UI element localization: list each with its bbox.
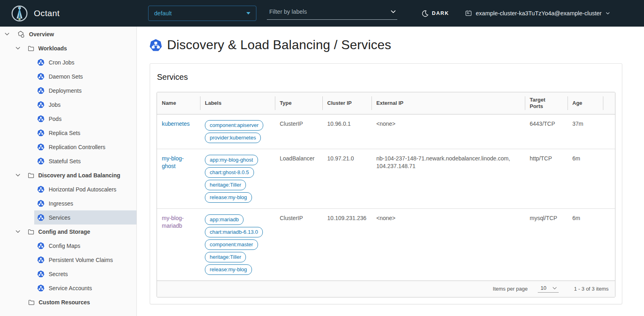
horizontal-pod-autoscalers-icon — [37, 186, 44, 193]
app-body: OverviewWorkloads Cron Jobs Daemon Sets — [0, 27, 644, 316]
app-header: Octant default Filter by labels DARK exa… — [0, 0, 644, 27]
label-pill-provider-kubernetes[interactable]: provider:kubernetes — [205, 133, 261, 143]
sidebar-item-replica-sets[interactable]: Replica Sets — [34, 126, 136, 140]
cell-age: 6m — [568, 208, 603, 281]
cell-spacer — [603, 114, 615, 149]
label-pill-chart-ghost-8-0-5[interactable]: chart:ghost-8.0.5 — [205, 167, 254, 178]
service-accounts-icon — [37, 285, 44, 291]
column-header-spacer — [603, 92, 615, 114]
label-pill-heritage-tiller[interactable]: heritage:Tiller — [205, 180, 246, 190]
persistent-volume-claims-icon — [37, 256, 44, 263]
replica-sets-icon — [37, 129, 44, 136]
cell-target-ports: http/TCP — [525, 149, 568, 208]
label-pill-component-apiserver[interactable]: component:apiserver — [205, 120, 263, 131]
services-icon — [37, 214, 44, 221]
sidebar-item-label: Daemon Sets — [49, 73, 83, 80]
card-title: Services — [157, 73, 615, 82]
caret-down-icon — [246, 12, 250, 15]
folder-icon — [28, 229, 34, 235]
label-pill-chart-mariadb-6-13-0[interactable]: chart:mariadb-6.13.0 — [205, 227, 263, 237]
sidebar-item-deployments[interactable]: Deployments — [34, 83, 136, 98]
column-header-labels: Labels — [200, 92, 275, 114]
theme-toggle-label: DARK — [432, 10, 449, 16]
items-per-page-select[interactable]: 10 — [538, 285, 559, 293]
label-pill-release-my-blog[interactable]: release:my-blog — [205, 264, 252, 275]
label-pill-release-my-blog[interactable]: release:my-blog — [205, 192, 252, 203]
chevron-down-icon[interactable] — [15, 229, 21, 235]
chevron-down-icon[interactable] — [15, 45, 21, 51]
sidebar-item-label: Jobs — [49, 102, 61, 108]
namespace-select[interactable]: default — [148, 6, 256, 21]
column-header-cluster-ip: Cluster IP — [322, 92, 372, 114]
label-pill-component-master[interactable]: component:master — [205, 239, 258, 250]
chevron-down-icon[interactable] — [4, 31, 10, 37]
services-table: NameLabelsTypeCluster IPExternal IPTarge… — [157, 92, 615, 297]
sidebar-item-workloads[interactable]: Workloads — [0, 41, 136, 55]
sidebar-item-stateful-sets[interactable]: Stateful Sets — [34, 154, 136, 168]
resource-link-kubernetes[interactable]: kubernetes — [162, 121, 190, 127]
sidebar-item-persistent-volume-claims[interactable]: Persistent Volume Claims — [34, 253, 136, 267]
sidebar-item-label: Ingresses — [49, 200, 73, 207]
pagination-range: 1 - 3 of 3 items — [574, 286, 609, 292]
config-maps-icon — [37, 242, 44, 249]
sidebar-item-config-maps[interactable]: Config Maps — [34, 239, 136, 253]
sidebar-item-label: Deployments — [49, 87, 82, 94]
label-pill-row: heritage:Tiller — [205, 180, 270, 190]
replication-controllers-icon — [37, 143, 44, 150]
chevron-down-icon — [552, 285, 557, 291]
sidebar-item-daemon-sets[interactable]: Daemon Sets — [34, 69, 136, 83]
sidebar-item-overview[interactable]: Overview — [0, 27, 136, 41]
label-pill-heritage-tiller[interactable]: heritage:Tiller — [205, 252, 246, 262]
moon-icon — [421, 10, 428, 17]
sidebar-item-services[interactable]: Services — [34, 210, 136, 225]
cell-external-ip: <none> — [372, 114, 525, 149]
label-filter-input[interactable]: Filter by labels — [267, 4, 397, 20]
label-pill-app-my-blog-ghost[interactable]: app:my-blog-ghost — [205, 155, 258, 165]
daemon-sets-icon — [37, 73, 44, 80]
sidebar-item-secrets[interactable]: Secrets — [34, 267, 136, 281]
services-card: Services NameLabelsTypeCluster IPExterna… — [150, 63, 622, 304]
items-per-page-value: 10 — [541, 285, 546, 291]
cell-labels: app:mariadbchart:mariadb-6.13.0component… — [200, 208, 275, 281]
sidebar-item-label: Horizontal Pod Autoscalers — [49, 186, 116, 193]
sidebar-item-discovery-and-load-balancing[interactable]: Discovery and Load Balancing — [0, 168, 136, 182]
table-row-my-blog-ghost: my-blog-ghostapp:my-blog-ghostchart:ghos… — [157, 149, 615, 208]
sidebar-item-label: Custom Resources — [39, 299, 90, 306]
sidebar-item-horizontal-pod-autoscalers[interactable]: Horizontal Pod Autoscalers — [34, 182, 136, 196]
folder-icon — [28, 45, 34, 52]
cell-external-ip: <none> — [372, 208, 525, 281]
sidebar-item-label: Discovery and Load Balancing — [38, 172, 120, 179]
resource-link-my-blog-ghost[interactable]: my-blog-ghost — [162, 155, 184, 169]
label-pill-app-mariadb[interactable]: app:mariadb — [205, 214, 244, 225]
label-pill-row: component:apiserver — [205, 120, 270, 131]
cluster-context-label: example-cluster-ka3TuTzYo4a@example-clus… — [476, 10, 602, 17]
sidebar-item-custom-resources[interactable]: Custom Resources — [0, 295, 136, 309]
label-pill-row: provider:kubernetes — [205, 133, 270, 143]
cell-cluster-ip: 10.109.231.236 — [322, 208, 372, 281]
stateful-sets-icon — [37, 158, 44, 164]
sidebar-item-ingresses[interactable]: Ingresses — [34, 196, 136, 210]
chevron-down-icon[interactable] — [15, 172, 21, 178]
sidebar-item-label: Workloads — [38, 45, 67, 52]
sidebar-item-cron-jobs[interactable]: Cron Jobs — [34, 55, 136, 69]
sidebar-item-pods[interactable]: Pods — [34, 112, 136, 126]
sidebar-item-config-and-storage[interactable]: Config and Storage — [0, 225, 136, 239]
sidebar-item-label: Overview — [29, 31, 54, 37]
cell-type: ClusterIP — [275, 114, 322, 149]
sidebar-item-service-accounts[interactable]: Service Accounts — [34, 281, 136, 295]
app-title: Octant — [34, 8, 60, 18]
sidebar-item-label: Services — [49, 214, 70, 221]
ingresses-icon — [37, 200, 44, 207]
resource-link-my-blog-mariadb[interactable]: my-blog-mariadb — [162, 215, 184, 229]
cluster-context-selector[interactable]: example-cluster-ka3TuTzYo4a@example-clus… — [465, 0, 610, 27]
cell-cluster-ip: 10.97.21.0 — [322, 149, 372, 208]
sidebar-item-jobs[interactable]: Jobs — [34, 98, 136, 112]
sidebar-item-label: Secrets — [49, 271, 68, 277]
sidebar-item-replication-controllers[interactable]: Replication Controllers — [34, 140, 136, 154]
column-header-external-ip: External IP — [372, 92, 525, 114]
label-pill-row: app:my-blog-ghost — [205, 155, 270, 165]
brand: Octant — [11, 0, 60, 27]
label-pill-row: app:mariadb — [205, 214, 270, 225]
cell-name: kubernetes — [157, 114, 200, 149]
theme-toggle-button[interactable]: DARK — [421, 0, 449, 27]
